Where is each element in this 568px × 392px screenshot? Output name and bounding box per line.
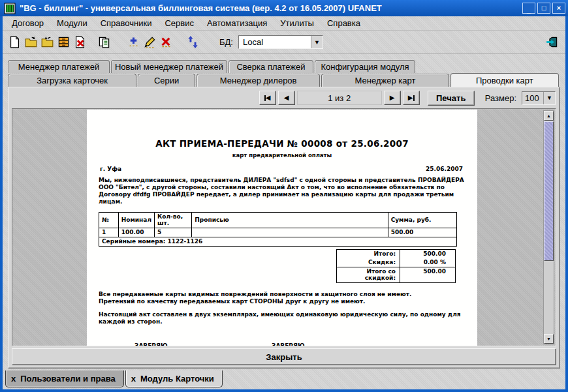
scroll-down-button[interactable]: ▼	[544, 334, 554, 344]
import-button[interactable]	[39, 34, 55, 50]
tab-payment-reconciliation[interactable]: Сверка платежей	[229, 60, 313, 73]
total-discounted-label: Итого со скидкой:	[337, 267, 400, 282]
refresh-button[interactable]	[185, 34, 201, 50]
tab-dealer-manager[interactable]: Менеджер дилеров	[197, 74, 320, 87]
app-icon	[4, 3, 16, 14]
signature-dealer: ЗАВЕРЯЮ sdfsd ____________________/_____…	[272, 342, 409, 346]
last-page-icon	[413, 95, 415, 101]
db-select-value: Local	[239, 37, 311, 47]
delete-document-icon	[74, 36, 86, 48]
next-page-button[interactable]: ▶	[384, 91, 401, 105]
last-page-button[interactable]: ▶	[403, 91, 420, 105]
close-button[interactable]: ×	[552, 3, 565, 14]
discount-value: 0.00 %	[400, 258, 455, 267]
col-sum: Сумма, руб.	[388, 213, 456, 228]
menu-modules[interactable]: Модули	[50, 17, 94, 29]
menu-automation[interactable]: Автоматизация	[200, 17, 274, 29]
close-tab-icon[interactable]: x	[131, 374, 136, 383]
cell-sum: 500.00	[388, 228, 456, 237]
menu-utilities[interactable]: Утилиты	[274, 17, 321, 29]
signature-provider: ЗАВЕРЯЮ ООО "Иртелком" _________________…	[134, 342, 272, 346]
cell-number: 1	[99, 228, 119, 237]
document-page: АКТ ПРИЕМА-ПЕРЕДАЧИ № 00008 от 25.06.200…	[87, 110, 477, 346]
cards-table: № Номинал Кол-во, шт. Прописью Сумма, ру…	[99, 212, 457, 247]
col-quantity: Кол-во, шт.	[154, 213, 191, 228]
zoom-size-arrow[interactable]: ▼	[543, 92, 555, 104]
open-modules-tabbar: x Пользователи и права x Модуль Карточки	[3, 370, 565, 390]
db-label: БД:	[219, 37, 233, 47]
discount-label: Скидка:	[337, 258, 400, 267]
chevron-down-icon: ▼	[314, 39, 320, 46]
exit-icon	[546, 36, 558, 48]
tab-label: Модуль Карточки	[140, 374, 214, 384]
tab-module-configuration[interactable]: Конфигурация модуля	[315, 60, 415, 73]
document-intro: Мы, нижеподписавшиеся, представитель ДИЛ…	[99, 177, 464, 205]
total-label: Итого:	[337, 250, 400, 258]
signature-header: ЗАВЕРЯЮ	[134, 342, 272, 346]
menu-contract[interactable]: Договор	[5, 17, 50, 29]
scroll-up-button[interactable]: ▲	[544, 111, 554, 121]
vertical-scrollbar[interactable]: ▲ ▼	[543, 110, 554, 344]
refresh-icon	[187, 36, 199, 48]
page-indicator: 1 из 2	[297, 91, 382, 105]
zoom-size-select[interactable]: 100 ▼	[522, 91, 556, 105]
close-panel-button[interactable]: Закрыть	[12, 348, 556, 365]
copy-button[interactable]	[96, 34, 112, 50]
tab-card-loading[interactable]: Загрузка карточек	[8, 74, 136, 87]
delete-document-button[interactable]	[72, 34, 88, 50]
open-button[interactable]	[23, 34, 39, 50]
import-folder-icon	[41, 36, 54, 48]
add-button[interactable]	[125, 34, 142, 50]
signature-header: ЗАВЕРЯЮ	[272, 342, 409, 346]
cell-quantity: 5	[154, 228, 191, 237]
triangle-up-icon: ▲	[546, 113, 551, 118]
tab-card-transactions[interactable]: Проводки карт	[450, 73, 559, 87]
menu-help[interactable]: Справка	[321, 17, 367, 29]
col-number: №	[99, 213, 119, 228]
open-folder-icon	[25, 36, 37, 48]
previous-page-button[interactable]: ◀	[278, 91, 295, 105]
tab-row-2: Загрузка карточек Серии Менеджер дилеров…	[8, 73, 560, 87]
table-serials-row: Серийные номера: 1122-1126	[99, 237, 457, 247]
scrollbar-thumb[interactable]	[544, 121, 554, 261]
document-date: 25.06.2007	[426, 166, 463, 172]
document-clause-3: Настоящий акт составлен в двух экземпляр…	[99, 311, 464, 325]
new-document-button[interactable]	[7, 34, 23, 50]
zoom-size-value: 100	[522, 93, 543, 103]
menu-bar: Договор Модули Справочники Сервис Автома…	[3, 16, 565, 31]
add-icon	[127, 36, 140, 48]
tab-card-module[interactable]: x Модуль Карточки	[125, 370, 223, 387]
tab-users-and-rights[interactable]: x Пользователи и права	[5, 370, 124, 387]
maximize-button[interactable]: □	[537, 3, 550, 14]
table-row: 1 100.00 5 500.00	[99, 228, 457, 237]
window-title: "BG - биллинг" - универсальная биллингов…	[20, 3, 522, 13]
card-file-button[interactable]	[55, 34, 72, 50]
cell-in-words	[192, 228, 388, 237]
card-transactions-panel: ◀ ◀ 1 из 2 ▶ ▶ Печать Размер: 100 ▼ АКТ …	[8, 87, 560, 369]
pager-bar: ◀ ◀ 1 из 2 ▶ ▶ Печать Размер: 100 ▼	[8, 87, 560, 107]
db-select-arrow[interactable]: ▼	[311, 36, 323, 48]
tab-series[interactable]: Серии	[138, 74, 195, 87]
table-header-row: № Номинал Кол-во, шт. Прописью Сумма, ру…	[99, 213, 457, 228]
card-file-icon	[57, 36, 70, 48]
col-nominal: Номинал	[118, 213, 154, 228]
menu-service[interactable]: Сервис	[158, 17, 200, 29]
minimize-button[interactable]: _	[522, 3, 535, 14]
db-select[interactable]: Local ▼	[238, 35, 323, 49]
tab-payment-manager[interactable]: Менеджер платежей	[8, 60, 110, 73]
first-page-button[interactable]: ◀	[259, 91, 276, 105]
total-value: 500.00	[400, 250, 455, 258]
triangle-down-icon: ▼	[546, 337, 551, 341]
exit-button[interactable]	[544, 34, 560, 50]
col-in-words: Прописью	[192, 213, 388, 228]
tab-new-payment-manager[interactable]: Новый менеджер платежей	[111, 60, 227, 73]
total-discounted-value: 500.00	[400, 267, 455, 282]
tab-card-manager[interactable]: Менеджер карт	[321, 74, 449, 87]
menu-directories[interactable]: Справочники	[94, 17, 159, 29]
close-tab-icon[interactable]: x	[11, 374, 16, 383]
title-bar: "BG - биллинг" - универсальная биллингов…	[0, 0, 568, 16]
print-button[interactable]: Печать	[428, 91, 475, 106]
edit-button[interactable]	[142, 34, 158, 50]
module-tabs: Менеджер платежей Новый менеджер платеже…	[8, 59, 560, 87]
delete-button[interactable]	[158, 34, 174, 50]
